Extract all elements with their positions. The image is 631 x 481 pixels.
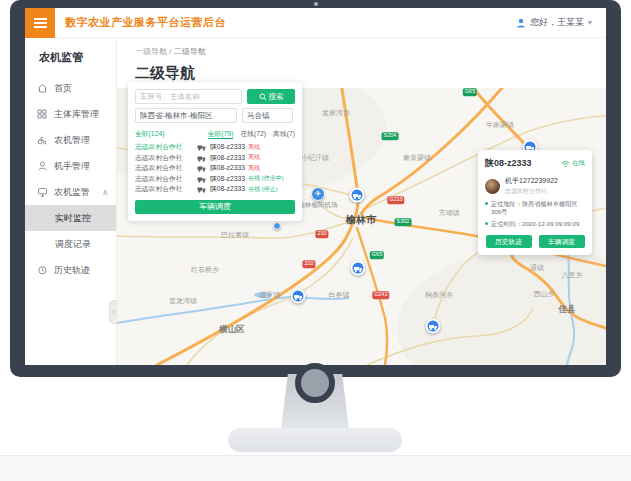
popup-dispatch-button[interactable]: 车辆调度: [539, 235, 585, 248]
town-select[interactable]: [242, 108, 293, 123]
sidebar-item-2[interactable]: 农机管理: [25, 127, 116, 153]
sidebar-item-label: 主体库管理: [54, 108, 99, 121]
vehicle-marker-0[interactable]: [350, 188, 365, 203]
main-content: 一级导航 / 二级导航 二级导航: [117, 38, 606, 365]
total-count-label: 全部(124): [135, 129, 164, 139]
breadcrumb-level2: 二级导航: [174, 47, 206, 56]
vehicle-row-4[interactable]: 志远农村合作社陕08-z2333在线 (停止): [135, 184, 295, 195]
vehicle-row-1[interactable]: 志远农村合作社陕08-z2333离线: [135, 153, 295, 164]
bullet-dot-icon: [485, 222, 488, 225]
dispatch-button[interactable]: 车辆调度: [135, 200, 295, 214]
sidebar-item-0[interactable]: 首页: [25, 75, 116, 101]
popup-plate: 陕08-z2333: [485, 157, 532, 170]
sidebar-subitem-0[interactable]: 实时监控: [25, 205, 116, 231]
monitor-icon: [37, 187, 48, 198]
monitor-frame: 数字农业产业服务平台运营后台 您好，王某某 ▾ 农机监管 首页主体库管理农机管理…: [10, 0, 621, 377]
popup-time-row: 定位时间：2020-12-09 09:09:09: [485, 220, 585, 228]
vehicle-org: 志远农村合作社: [135, 174, 195, 184]
town-label: 西山乡: [534, 289, 555, 299]
breadcrumb-separator: /: [169, 47, 171, 56]
vehicle-row-0[interactable]: 志远农村合作社陕08-z2333离线: [135, 142, 295, 153]
tractor-icon: [197, 164, 206, 172]
truck-icon: [353, 191, 362, 199]
road-badge: G65: [370, 251, 384, 259]
vehicle-status: 离线: [248, 143, 260, 152]
vehicle-marker-3[interactable]: [426, 319, 441, 334]
tractor-icon: [197, 143, 206, 151]
vehicle-status: 离线: [248, 164, 260, 173]
town-label: 桐条沟乡: [425, 290, 453, 300]
sidebar-item-5[interactable]: 历史轨迹: [25, 257, 116, 283]
truck-icon: [294, 292, 303, 300]
vehicle-org: 志远农村合作社: [135, 142, 195, 152]
vehicle-status: 在线 (停止): [248, 185, 278, 194]
top-navbar: 数字农业产业服务平台运营后台 您好，王某某 ▾: [25, 8, 606, 38]
breadcrumb: 一级导航 / 二级导航: [117, 38, 606, 57]
sidebar-item-label: 机手管理: [54, 160, 90, 173]
airport-label: 榆林榆阳机场: [299, 201, 338, 210]
vehicle-plate: 陕08-z2333: [210, 142, 245, 152]
time-label: 定位时间：: [491, 220, 522, 227]
dot-marker[interactable]: [273, 222, 281, 230]
sidebar-collapse-handle[interactable]: ‹: [109, 300, 117, 324]
vehicle-popup: 陕08-z2333 在线 机手1272239922 志远农村合作社: [478, 150, 592, 255]
sidebar-item-3[interactable]: 机手管理: [25, 153, 116, 179]
vehicle-plate: 陕08-z2333: [210, 174, 245, 184]
home-icon: [37, 83, 48, 94]
desk-strip: [0, 455, 631, 481]
time-value: 2020-12-09 09:09:09: [522, 220, 579, 227]
screen: 数字农业产业服务平台运营后台 您好，王某某 ▾ 农机监管 首页主体库管理农机管理…: [25, 8, 606, 365]
town-label: 雷龙湾镇: [169, 296, 197, 306]
history-track-button[interactable]: 历史轨迹: [486, 235, 532, 248]
sidebar-item-4[interactable]: 农机监管∧: [25, 179, 116, 205]
filter-tab-1[interactable]: 在线(72): [240, 130, 266, 138]
vehicle-plate: 陕08-z2333: [210, 153, 245, 163]
sidebar-item-1[interactable]: 主体库管理: [25, 101, 116, 127]
road-badge: S302: [395, 218, 412, 226]
road-badge: 210: [315, 230, 328, 238]
filter-tab-0[interactable]: 全部(79): [208, 130, 234, 139]
user-icon: [516, 18, 526, 28]
vehicle-plate: 陕08-z2333: [210, 163, 245, 173]
history-icon: [37, 265, 48, 276]
monitor-stand-mount: [295, 363, 335, 403]
town-label: 通镇: [530, 263, 544, 273]
breadcrumb-level1[interactable]: 一级导航: [135, 47, 167, 56]
user-menu[interactable]: 您好，王某某 ▾: [516, 16, 592, 29]
vehicle-marker-1[interactable]: [351, 261, 366, 276]
sidebar-header: 农机监管: [25, 38, 116, 75]
hamburger-menu-icon[interactable]: [25, 8, 55, 38]
vehicle-row-2[interactable]: 志远农村合作社陕08-z2333离线: [135, 163, 295, 174]
search-button[interactable]: 搜索: [247, 89, 295, 104]
truck-icon: [354, 264, 363, 272]
road-badge: G242: [372, 291, 389, 299]
sidebar-subitem-1[interactable]: 调度记录: [25, 231, 116, 257]
app-title: 数字农业产业服务平台运营后台: [65, 15, 226, 30]
popup-address-row: 定位地址：陕西省榆林市榆阳区306号: [485, 200, 585, 216]
panel-tabs: 全部(124) 全部(79)在线(72)离线(7): [135, 129, 295, 139]
user-greeting: 您好，王某某: [530, 16, 584, 29]
tractor-icon: [37, 135, 48, 146]
tractor-icon: [197, 175, 206, 183]
vehicle-org: 志远农村合作社: [135, 184, 195, 194]
vehicle-org: 志远农村合作社: [135, 163, 195, 173]
truck-icon: [429, 322, 438, 330]
vehicle-status: 在线 (作业中): [248, 174, 284, 183]
town-label: 孟家湾乡: [322, 108, 350, 118]
keyword-input[interactable]: [135, 89, 242, 104]
popup-online-status: 在线: [561, 159, 585, 168]
district-label: 横山区: [219, 324, 245, 336]
town-label: 巴拉素镇: [221, 230, 249, 240]
town-label: 方塌镇: [439, 208, 460, 218]
region-select[interactable]: [135, 108, 237, 123]
road-badge: 210: [302, 260, 315, 268]
address-label: 定位地址：: [491, 200, 522, 207]
road-badge: S204: [382, 132, 399, 140]
vehicle-row-3[interactable]: 志远农村合作社陕08-z2333在线 (作业中): [135, 174, 295, 185]
operator-avatar: [485, 179, 500, 194]
sidebar-item-label: 农机监管: [54, 186, 90, 199]
vehicle-marker-2[interactable]: [291, 289, 306, 304]
road-badge: G210: [387, 196, 404, 204]
filter-tab-2[interactable]: 离线(7): [273, 130, 295, 138]
sidebar-item-label: 农机管理: [54, 134, 90, 147]
